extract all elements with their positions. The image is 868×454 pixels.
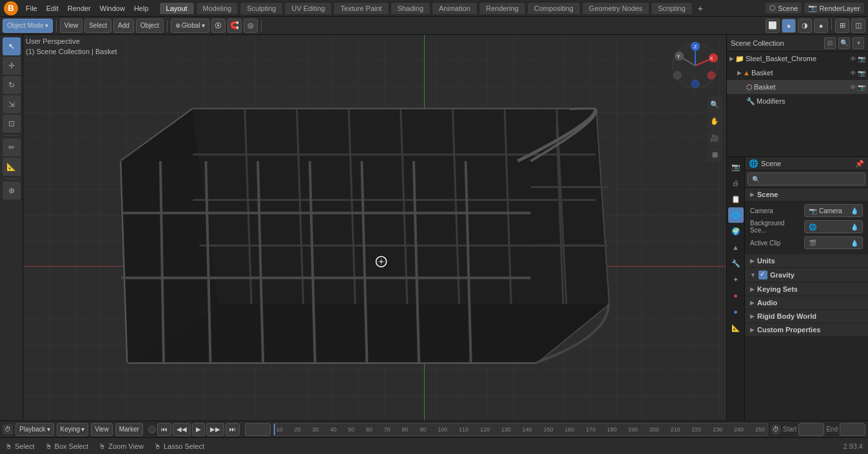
workspace-tab-uv-editing[interactable]: UV Editing (284, 2, 332, 14)
pan-btn[interactable]: ✋ (707, 113, 722, 129)
keying-sets-section-header[interactable]: ▶ Keying Sets (745, 283, 868, 296)
record-btn[interactable] (148, 426, 156, 433)
grid-btn[interactable]: ⊞ (707, 147, 722, 162)
xray-btn[interactable]: ◫ (851, 19, 865, 33)
workspace-tab-modeling[interactable]: Modeling (196, 2, 239, 14)
proportional-editing[interactable]: ◎ (244, 19, 258, 33)
workspace-tab-compositing[interactable]: Compositing (527, 2, 581, 14)
props-search-input[interactable] (747, 173, 865, 185)
scene-section-header[interactable]: ▶ Scene (745, 188, 868, 202)
select-menu[interactable]: Select (84, 19, 111, 33)
menu-window[interactable]: Window (96, 3, 129, 14)
rotate-tool[interactable]: ↻ (3, 76, 21, 94)
tree-item-modifiers[interactable]: 🔧 Modifiers (727, 94, 868, 108)
rendered-btn[interactable]: ● (814, 19, 828, 33)
workspace-tab-sculpting[interactable]: Sculpting (240, 2, 283, 14)
units-section-header[interactable]: ▶ Units (745, 254, 868, 268)
add-workspace-tab[interactable]: + (694, 2, 707, 15)
object-props-icon[interactable]: ▲ (728, 240, 744, 255)
prev-keyframe-btn[interactable]: ◀◀ (173, 423, 191, 436)
workspace-tab-shading[interactable]: Shading (391, 2, 430, 14)
workspace-tab-geometry-nodes[interactable]: Geometry Nodes (582, 2, 650, 14)
view-menu[interactable]: View (60, 19, 83, 33)
measure-tool[interactable]: 📐 (3, 158, 21, 176)
scale-tool[interactable]: ⇲ (3, 95, 21, 113)
gravity-checkbox[interactable] (758, 270, 767, 279)
audio-section-header[interactable]: ▶ Audio (745, 296, 868, 310)
particles-icon[interactable]: ✦ (728, 272, 744, 287)
menu-edit[interactable]: Edit (43, 3, 63, 14)
timeline-ruler[interactable]: 10 20 30 40 50 60 70 80 90 100 110 120 1… (273, 423, 768, 436)
object-mode-selector[interactable]: Object Mode ▾ (3, 19, 53, 33)
play-btn[interactable]: ▶ (192, 423, 205, 436)
eyedropper-icon-3[interactable]: 💧 (851, 240, 858, 247)
tree-item-steel-basket-chrome[interactable]: ▶ 📁 Steel_Basket_Chrome 👁 📷 (727, 52, 868, 66)
outliner-options-btn[interactable]: ▾ (853, 37, 864, 49)
add-tool[interactable]: ⊕ (3, 182, 21, 200)
rigid-body-section-header[interactable]: ▶ Rigid Body World (745, 310, 868, 323)
workspace-tab-scripting[interactable]: Scripting (651, 2, 693, 14)
viewport[interactable]: User Perspective (1) Scene Collection | … (23, 35, 726, 421)
camera-visibility-icon-2[interactable]: 📷 (858, 70, 865, 77)
playhead[interactable] (274, 424, 275, 435)
camera-value[interactable]: 📷 Camera 💧 (804, 204, 863, 217)
workspace-tab-layout[interactable]: Layout (159, 2, 195, 14)
playback-menu[interactable]: Playback ▾ (15, 423, 54, 436)
wireframe-btn[interactable]: ⬜ (766, 19, 780, 33)
tree-item-basket-parent[interactable]: ▶ ▲ Basket 👁 📷 (727, 66, 868, 80)
render-props-icon[interactable]: 📷 (728, 159, 744, 175)
render-layer-selector[interactable]: 📷 RenderLayer (804, 3, 864, 14)
workspace-tab-rendering[interactable]: Rendering (479, 2, 526, 14)
start-frame-input[interactable]: 1 (798, 423, 824, 436)
menu-file[interactable]: File (22, 3, 41, 14)
menu-help[interactable]: Help (130, 3, 153, 14)
physics-icon[interactable]: ● (728, 288, 744, 303)
props-pin-btn[interactable]: 📌 (855, 160, 864, 168)
world-props-icon[interactable]: 🌍 (728, 223, 744, 239)
annotate-tool[interactable]: ✏ (3, 138, 21, 156)
scene-selector[interactable]: ⬡ Scene (766, 3, 802, 14)
marker-menu[interactable]: Marker (115, 423, 143, 436)
constraints-icon[interactable]: ● (728, 304, 744, 319)
fps-icon[interactable]: ⏱ (771, 424, 781, 435)
material-preview-btn[interactable]: ◑ (798, 19, 812, 33)
camera-visibility-icon-3[interactable]: 📷 (858, 84, 865, 91)
snap-btn[interactable]: 🧲 (227, 19, 242, 33)
workspace-tab-animation[interactable]: Animation (432, 2, 477, 14)
timeline-type-selector[interactable]: ⏱ (3, 424, 13, 435)
modifier-props-icon[interactable]: 🔧 (728, 256, 744, 271)
solid-btn[interactable]: ● (782, 19, 796, 33)
background-scene-value[interactable]: 🌐 💧 (804, 220, 863, 233)
eyedropper-icon-2[interactable]: 💧 (851, 223, 858, 231)
active-clip-value[interactable]: 🎬 💧 (804, 236, 863, 249)
visibility-icon[interactable]: 👁 (850, 55, 856, 62)
keying-menu[interactable]: Keying ▾ (57, 423, 89, 436)
add-menu[interactable]: Add (113, 19, 134, 33)
end-frame-input[interactable]: 250 (840, 423, 865, 436)
outliner-search-btn[interactable]: 🔍 (838, 37, 850, 49)
cursor-tool[interactable]: ↖ (3, 37, 21, 55)
jump-to-start-btn[interactable]: ⏮ (157, 423, 171, 436)
view-timeline-menu[interactable]: View (91, 423, 113, 436)
move-tool[interactable]: ✛ (3, 57, 21, 75)
visibility-icon-3[interactable]: 👁 (850, 84, 856, 91)
transform-tool[interactable]: ⊡ (3, 115, 21, 133)
camera-visibility-icon[interactable]: 📷 (858, 55, 865, 62)
workspace-tab-texture-paint[interactable]: Texture Paint (333, 2, 389, 14)
next-keyframe-btn[interactable]: ▶▶ (206, 423, 224, 436)
current-frame-input[interactable]: 1 (245, 423, 271, 436)
outliner-filter-btn[interactable]: ⊟ (824, 37, 836, 49)
transform-pivot[interactable]: ⦿ (211, 19, 226, 33)
gravity-section-header[interactable]: ▼ Gravity (745, 268, 868, 283)
visibility-icon-2[interactable]: 👁 (850, 70, 856, 77)
overlay-btn[interactable]: ⊞ (835, 19, 849, 33)
data-props-icon[interactable]: 📐 (728, 320, 744, 336)
transform-space[interactable]: ⊕ Global ▾ (171, 19, 209, 33)
custom-props-section-header[interactable]: ▶ Custom Properties (745, 323, 868, 337)
tree-item-basket-mesh[interactable]: ⬡ Basket 👁 📷 (727, 80, 868, 94)
camera-btn[interactable]: 🎥 (707, 130, 722, 146)
scene-props-icon[interactable]: 🌐 (728, 207, 744, 223)
jump-to-end-btn[interactable]: ⏭ (226, 423, 240, 436)
menu-render[interactable]: Render (64, 3, 95, 14)
zoom-in-btn[interactable]: 🔍 (707, 97, 722, 112)
